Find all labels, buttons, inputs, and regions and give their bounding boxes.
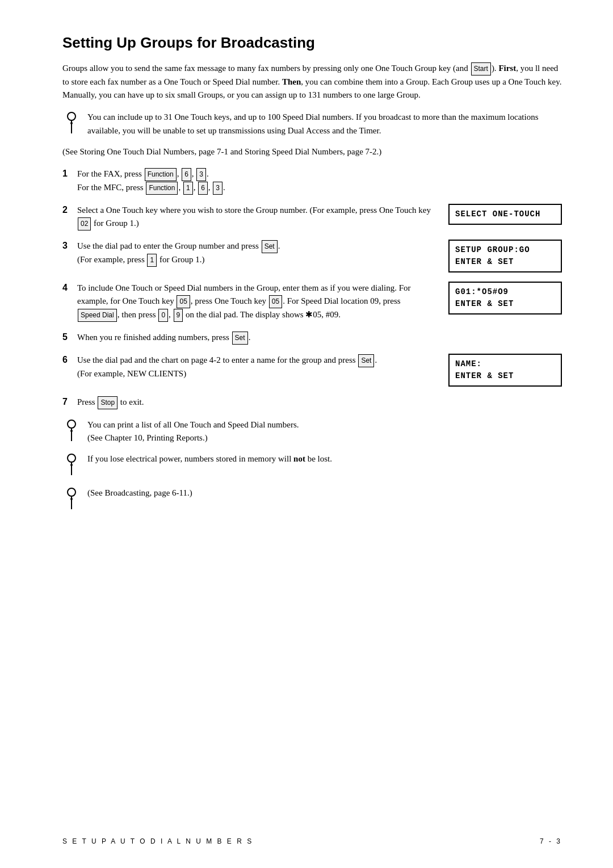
footer: S E T U P A U T O D I A L N U M B E R S … [0,837,613,845]
note-icon-2 [65,420,82,445]
intro-paragraph-1: Groups allow you to send the same fax me… [62,62,562,102]
svg-point-3 [68,420,75,428]
svg-point-11 [70,498,73,500]
function-key-1: Function [145,168,177,181]
see-para-1: (See Storing One Touch Dial Numbers, pag… [62,145,562,158]
note-block-1: You can include up to 31 One Touch keys,… [62,111,562,137]
step-num-5: 5 [62,332,77,342]
step-4: 4 To include One Touch or Speed Dial num… [62,282,562,322]
step-num-1: 1 [62,169,77,179]
note-text-1: You can include up to 31 One Touch keys,… [87,111,562,137]
set-key-1: Set [262,240,278,253]
step-1: 1 For the FAX, press Function, 6, 3. For… [62,167,562,195]
step-content-4: To include One Touch or Speed Dial numbe… [77,282,562,322]
page: Setting Up Groups for Broadcasting Group… [0,0,613,868]
note-block-4: (See Broadcasting, page 6-11.) [62,487,562,513]
step-num-4: 4 [62,283,77,293]
step-7: 7 Press Stop to exit. [62,396,562,409]
step-num-7: 7 [62,397,77,407]
step-num-6: 6 [62,355,77,365]
key-05-2: 05 [269,295,282,308]
note-icon-1 [65,112,82,137]
svg-point-6 [68,454,75,462]
set-key-3: Set [358,354,374,367]
lcd-setup-group: SETUP GROUP:GO ENTER & SET [448,240,562,272]
key-1-1: 1 [183,182,193,195]
svg-point-8 [70,464,73,466]
key-3-2: 3 [213,182,222,195]
page-title: Setting Up Groups for Broadcasting [62,34,562,52]
lcd-name: NAME: ENTER & SET [448,354,562,387]
step-content-5: When you re finished adding numbers, pre… [77,331,562,345]
svg-point-2 [70,122,73,124]
footer-right: 7 - 3 [540,837,562,845]
step-content-7: Press Stop to exit. [77,396,562,409]
svg-point-5 [70,430,73,432]
footer-left: S E T U P A U T O D I A L N U M B E R S [62,837,253,845]
note-block-2: You can print a list of all One Touch an… [62,418,562,445]
step-content-2: Select a One Touch key where you wish to… [77,204,562,230]
step-2: 2 Select a One Touch key where you wish … [62,204,562,230]
key-6-1: 6 [182,168,191,181]
key-0: 0 [158,309,168,322]
step-content-3: Use the dial pad to enter the Group numb… [77,240,562,272]
stop-key: Stop [98,396,117,409]
step-3: 3 Use the dial pad to enter the Group nu… [62,240,562,272]
key-9: 9 [174,309,183,322]
step-text-6: Use the dial pad and the chart on page 4… [77,354,448,380]
svg-point-9 [68,488,75,496]
note-text-2: You can print a list of all One Touch an… [87,418,562,445]
key-6-2: 6 [198,182,208,195]
svg-point-0 [68,112,75,120]
step-content-6: Use the dial pad and the chart on page 4… [77,354,562,387]
key-3-1: 3 [196,168,206,181]
note-text-3: If you lose electrical power, numbers st… [87,452,562,466]
start-key: Start [471,62,491,76]
steps-section: 1 For the FAX, press Function, 6, 3. For… [62,167,562,409]
step-text-3: Use the dial pad to enter the Group numb… [77,240,448,267]
note-text-4: (See Broadcasting, page 6-11.) [87,487,562,500]
set-key-2: Set [232,332,248,345]
step-num-2: 2 [62,205,77,215]
key-05-1: 05 [177,295,190,308]
note-icon-3 [65,454,82,479]
step-text-2: Select a One Touch key where you wish to… [77,204,448,230]
step-num-3: 3 [62,241,77,251]
speed-dial-key: Speed Dial [78,309,117,322]
step-text-4: To include One Touch or Speed Dial numbe… [77,282,448,322]
step-content-1: For the FAX, press Function, 6, 3. For t… [77,167,562,195]
lcd-g01: G01:*O5#O9 ENTER & SET [448,282,562,315]
note-block-3: If you lose electrical power, numbers st… [62,452,562,479]
function-key-2: Function [146,182,178,195]
key-02: 02 [78,217,91,230]
note-icon-4 [65,488,82,513]
key-1-2: 1 [147,254,157,267]
step-5: 5 When you re finished adding numbers, p… [62,331,562,345]
lcd-select-one-touch: SELECT ONE-TOUCH [448,204,562,225]
step-6: 6 Use the dial pad and the chart on page… [62,354,562,387]
